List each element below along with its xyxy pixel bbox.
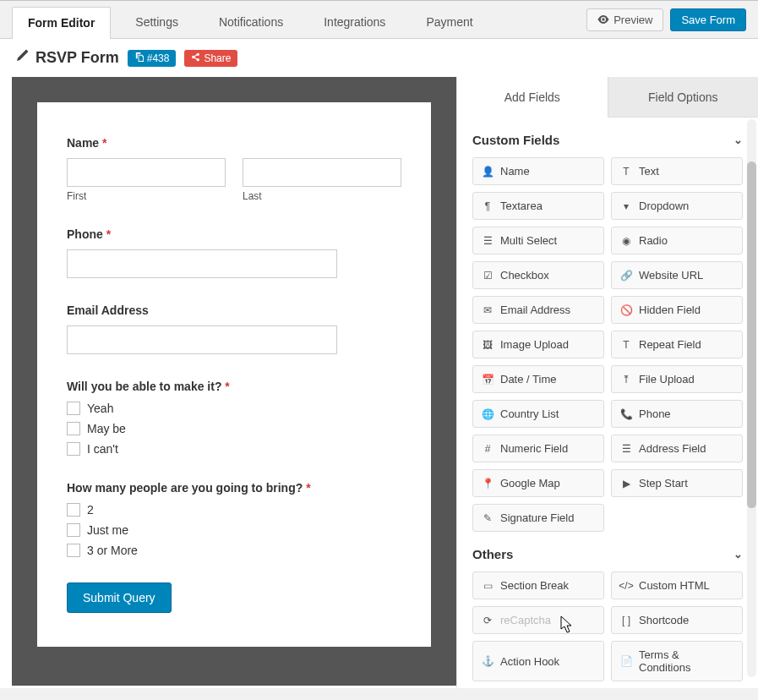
recaptcha-icon: ⟳ (482, 615, 494, 626)
signature-icon: ✎ (482, 512, 494, 524)
phone-icon: 📞 (620, 408, 632, 420)
field-googlemap-btn[interactable]: 📍Google Map (472, 469, 604, 497)
q1-option-0[interactable]: Yeah (67, 402, 401, 415)
field-fileupload-btn[interactable]: ⤒File Upload (611, 365, 743, 393)
page-title: RSVP Form (15, 49, 119, 67)
tab-field-options[interactable]: Field Options (608, 77, 759, 118)
q2-label: How many people are you going to bring? … (67, 481, 401, 495)
pencil-icon (15, 49, 29, 67)
document-icon: 📄 (620, 655, 632, 667)
scroll-thumb[interactable] (747, 161, 756, 508)
last-name-input[interactable] (243, 158, 401, 187)
fld-address: Address Field (639, 442, 706, 455)
fld-recaptcha: reCaptcha (500, 614, 551, 626)
field-website-btn[interactable]: 🔗Website URL (611, 261, 743, 289)
q2-option-0[interactable]: 2 (67, 503, 401, 517)
field-dropdown-btn[interactable]: ▾Dropdown (611, 192, 743, 220)
field-actionhook-btn[interactable]: ⚓Action Hook (472, 641, 604, 681)
section-others-label: Others (472, 547, 513, 561)
save-button[interactable]: Save Form (670, 8, 746, 31)
field-imageupload-btn[interactable]: 🖼Image Upload (472, 331, 604, 358)
tab-add-fields[interactable]: Add Fields (457, 77, 608, 118)
field-section-btn[interactable]: ▭Section Break (472, 571, 604, 599)
phone-input[interactable] (67, 249, 337, 278)
field-country-btn[interactable]: 🌐Country List (472, 400, 604, 428)
field-name-btn[interactable]: 👤Name (472, 157, 604, 185)
tab-notifications[interactable]: Notifications (203, 6, 299, 38)
field-phone[interactable]: Phone * (67, 227, 401, 278)
first-name-input[interactable] (67, 158, 226, 187)
globe-icon: 🌐 (482, 408, 494, 420)
section-others[interactable]: Others ⌄ (472, 547, 743, 561)
section-custom-fields[interactable]: Custom Fields ⌄ (472, 133, 743, 147)
copy-icon (134, 52, 144, 64)
form-id-badge[interactable]: #438 (128, 50, 177, 67)
field-checkbox-btn[interactable]: ☑Checkbox (472, 261, 604, 289)
columns-icon: ▭ (482, 580, 494, 592)
calendar-icon: 📅 (482, 374, 494, 386)
top-bar: Form Editor Settings Notifications Integ… (0, 1, 758, 39)
q2-label-text: How many people are you going to bring? (67, 481, 303, 495)
field-textarea-btn[interactable]: ¶Textarea (472, 192, 604, 220)
tab-integrations[interactable]: Integrations (308, 6, 401, 38)
field-name[interactable]: Name * First Last (67, 136, 401, 202)
fld-textarea: Textarea (500, 200, 543, 212)
fld-email: Email Address (500, 304, 570, 316)
fld-signature: Signature Field (500, 511, 574, 524)
share-badge[interactable]: Share (184, 50, 237, 67)
field-email-btn[interactable]: ✉Email Address (472, 296, 604, 324)
preview-button[interactable]: Preview (586, 8, 663, 31)
tab-payment[interactable]: Payment (410, 6, 488, 38)
q2-opt2-label: 3 or More (87, 544, 138, 557)
field-radio-btn[interactable]: ◉Radio (611, 227, 743, 254)
q2-option-2[interactable]: 3 or More (67, 544, 401, 557)
checkbox-icon (67, 523, 80, 537)
field-datetime-btn[interactable]: 📅Date / Time (472, 365, 604, 393)
tab-form-editor[interactable]: Form Editor (12, 7, 111, 39)
canvas-viewport[interactable]: Name * First Last (12, 77, 456, 686)
checkbox-icon (67, 422, 80, 435)
field-shortcode-btn[interactable]: [ ]Shortcode (611, 606, 743, 634)
field-customhtml-btn[interactable]: </>Custom HTML (611, 571, 743, 599)
checkbox-icon (67, 442, 80, 456)
fld-numeric: Numeric Field (500, 442, 568, 455)
field-q2[interactable]: How many people are you going to bring? … (67, 481, 401, 557)
field-text-btn[interactable]: TText (611, 157, 743, 185)
field-stepstart-btn[interactable]: ▶Step Start (611, 469, 743, 497)
q2-option-1[interactable]: Just me (67, 523, 401, 537)
q1-option-1[interactable]: May be (67, 422, 401, 435)
field-multiselect-btn[interactable]: ☰Multi Select (472, 227, 604, 254)
first-sublabel: First (67, 190, 226, 202)
share-text: Share (204, 52, 231, 64)
submit-button[interactable]: Submit Query (67, 582, 172, 613)
name-label-text: Name (67, 136, 99, 150)
field-terms-btn[interactable]: 📄Terms & Conditions (611, 641, 743, 681)
caret-down-icon: ▾ (620, 200, 632, 212)
field-phone-btn[interactable]: 📞Phone (611, 400, 743, 428)
field-repeat-btn[interactable]: TRepeat Field (611, 331, 743, 358)
email-label: Email Address (67, 304, 401, 317)
tab-settings[interactable]: Settings (119, 6, 194, 38)
field-hidden-btn[interactable]: 🚫Hidden Field (611, 296, 743, 324)
checkbox-icon (67, 544, 80, 557)
anchor-icon: ⚓ (482, 655, 494, 667)
required-star: * (225, 380, 229, 393)
chevron-down-icon: ⌄ (733, 134, 743, 146)
image-icon: 🖼 (482, 339, 494, 351)
right-scrollbar[interactable] (747, 119, 756, 677)
field-numeric-btn[interactable]: #Numeric Field (472, 435, 604, 462)
q1-opt2-label: I can't (87, 442, 118, 456)
field-email[interactable]: Email Address (67, 304, 401, 354)
field-signature-btn[interactable]: ✎Signature Field (472, 504, 604, 532)
name-row: First Last (67, 158, 401, 202)
last-name-col: Last (243, 158, 401, 202)
fld-stepstart: Step Start (639, 477, 688, 489)
field-q1[interactable]: Will you be able to make it? * Yeah May … (67, 380, 401, 456)
q1-option-2[interactable]: I can't (67, 442, 401, 456)
pin-icon: 📍 (482, 478, 494, 489)
step-icon: ▶ (620, 478, 632, 489)
upload-icon: ⤒ (620, 374, 632, 386)
section-custom-label: Custom Fields (472, 133, 559, 147)
field-address-btn[interactable]: ☰Address Field (611, 435, 743, 462)
email-input[interactable] (67, 325, 337, 354)
